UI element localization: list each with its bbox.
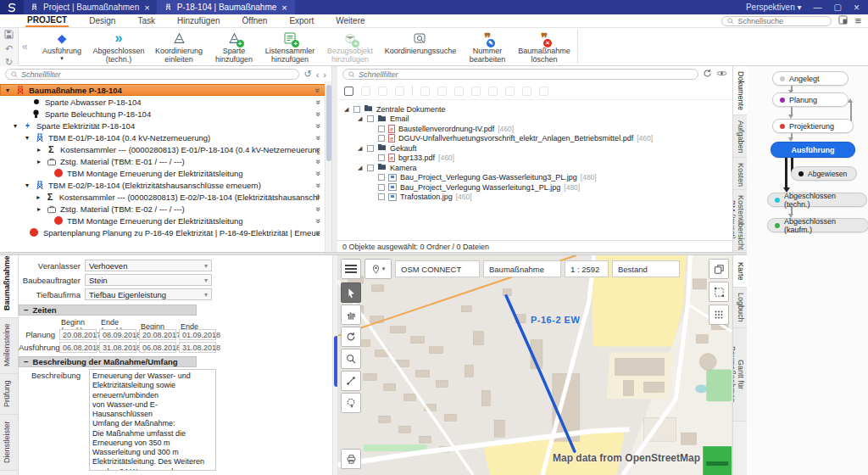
perspectives-menu[interactable]: Perspektiven ▾ (746, 3, 802, 12)
double-chevron-icon[interactable]: » (314, 170, 324, 176)
tab-logbuch[interactable]: Logbuch (733, 288, 747, 328)
window-tab-baumassnahme[interactable]: P-18-104 | Baumaßnahme × (158, 0, 295, 14)
tiles-button[interactable] (709, 305, 729, 325)
pin-panel-icon[interactable] (838, 15, 848, 26)
tab-aufgaben[interactable]: Aufgaben (733, 115, 747, 158)
lasso-tool-button[interactable] (341, 393, 361, 413)
expander-icon[interactable]: ◢ (358, 115, 364, 122)
date-field[interactable]: 31.08.2018 (179, 342, 216, 353)
doc-folder-zentrale[interactable]: ◢ Zentrale Dokumente (337, 104, 732, 115)
doc-folder-email[interactable]: ◢ Email (337, 115, 732, 125)
nummer-bearbeiten-button[interactable]: ❞✎ Nummer bearbeiten (461, 30, 514, 64)
date-field[interactable]: 06.08.2018 (139, 342, 176, 353)
ribbon-tab-project[interactable]: PROJECT (25, 14, 69, 27)
double-chevron-icon[interactable]: » (314, 99, 324, 104)
doc-file[interactable]: Bau_Project_Verlegung Gas-Wasserleitung3… (337, 173, 732, 183)
tab-gantt[interactable]: Gantt für Baumaßnahmen (733, 328, 747, 422)
map-panel[interactable]: P-16-2 EW Map data from OpenStreetMap ▾ … (337, 255, 732, 475)
checkbox[interactable] (378, 174, 385, 181)
tab-dokumente[interactable]: Dokumente (733, 66, 747, 115)
expander-icon[interactable]: ▸ (36, 158, 42, 165)
tab-meilensteine[interactable]: Meilensteine (0, 318, 18, 374)
ribbon-tab-task[interactable]: Task (136, 15, 157, 26)
documents-filter-input[interactable] (359, 70, 693, 79)
workflow-step-ausfuehrung[interactable]: Ausführung (771, 142, 855, 158)
documents-filter[interactable] (342, 69, 698, 80)
date-field[interactable]: 08.09.2018 (99, 329, 136, 340)
workflow-step-abgeschlossen-kaufm[interactable]: Abgeschlossen (kaufm.) (767, 218, 868, 232)
restore-button[interactable]: ▢ (834, 3, 842, 12)
close-tab-icon[interactable]: × (281, 3, 287, 13)
layers-button[interactable] (709, 259, 729, 279)
tree-item-sparte-elektrizitaet[interactable]: ▾ Sparte Elektrizität P-18-104 » (0, 120, 331, 131)
doc-toolbar-button[interactable] (539, 87, 548, 96)
ribbon-tab-hinzufuegen[interactable]: Hinzufügen (175, 15, 222, 26)
zeiten-section-header[interactable]: −Zeiten (19, 305, 197, 316)
date-field[interactable]: 31.08.2018 (99, 342, 136, 353)
checkbox[interactable] (378, 193, 385, 200)
date-field[interactable]: 06.08.2018 (59, 342, 97, 353)
date-field[interactable]: 20.08.2017 (59, 329, 97, 340)
bezugsobjekt-hinzufuegen-button[interactable]: + Bezugsobjekt hinzufügen (320, 30, 380, 64)
tree-item-tbm-e02[interactable]: ▾ TBM E-02/P-18-104 (Elektrizitätshausan… (0, 179, 331, 191)
next-icon[interactable]: › (323, 70, 326, 80)
expander-icon[interactable]: ▾ (24, 182, 31, 189)
print-map-button[interactable] (341, 449, 361, 469)
tree-item-sparte-abwasser[interactable]: Sparte Abwasser P-18-104 » (0, 96, 331, 108)
minimize-button[interactable]: — (814, 3, 822, 12)
undo-icon[interactable]: ↶ (5, 43, 13, 54)
tree-item-sparte-beleuchtung[interactable]: Sparte Beleuchtung P-18-104 » (0, 108, 331, 120)
collapse-icon[interactable]: − (24, 305, 29, 315)
tiefbaufirma-select[interactable]: Tiefbau Eigenleistung▾ (85, 288, 212, 300)
workflow-step-planung[interactable]: Planung (772, 92, 849, 107)
select-tool-button[interactable] (341, 282, 361, 303)
expander-icon[interactable]: ◢ (358, 165, 364, 171)
double-chevron-icon[interactable]: » (314, 159, 324, 164)
tab-kosten[interactable]: Kosten (733, 158, 747, 190)
refresh-tool-button[interactable] (341, 327, 361, 347)
beschreibung-section-header[interactable]: −Beschreibung der Maßnahme/Umfang (19, 356, 197, 367)
double-chevron-icon[interactable]: » (314, 135, 324, 140)
map-context-field[interactable]: Baumaßnahme (483, 260, 561, 277)
tree-item-tbm-montage-e02[interactable]: TBM Montage Erneuerung der Elektrizitäts… (0, 215, 331, 226)
doc-toolbar-button[interactable] (361, 87, 370, 96)
tree-item-baumassnahme[interactable]: ▾ Baumaßnahme P-18-104 » (0, 84, 331, 96)
double-chevron-icon[interactable]: » (314, 194, 324, 199)
expander-icon[interactable]: ▾ (4, 87, 11, 94)
ribbon-tab-export[interactable]: Export (287, 15, 315, 26)
doc-toolbar-button[interactable] (395, 87, 404, 96)
workflow-step-projektierung[interactable]: Projektierung (772, 119, 854, 133)
checkbox[interactable] (367, 115, 374, 122)
expander-icon[interactable]: ▾ (12, 122, 19, 130)
map-source-field[interactable]: OSM CONNECT (395, 260, 480, 277)
expander-icon[interactable]: ▸ (36, 146, 42, 154)
doc-toolbar-button[interactable] (488, 87, 498, 96)
date-field[interactable]: 01.09.2018 (179, 329, 216, 340)
tree-item-zstg-material-e01[interactable]: ▸ Zstg. Material (TBM: E-01 / --- / ---)… (0, 155, 331, 167)
date-field[interactable]: 20.08.2017 (139, 329, 176, 340)
eye-icon[interactable] (716, 70, 727, 79)
expander-icon[interactable]: ▾ (24, 134, 31, 142)
tree-item-kostensammler-e02[interactable]: ▸ Σ Kostensammler --- (0000280813) E-02/… (0, 191, 331, 203)
checkbox[interactable] (378, 184, 385, 191)
collapse-ribbon-icon[interactable]: « (22, 41, 28, 53)
tab-kostenuebersicht[interactable]: Kostenübersicht BM (Invest) (733, 190, 747, 251)
checkbox[interactable] (378, 135, 385, 142)
doc-file[interactable]: Trafostation.jpg[460] (337, 193, 732, 203)
double-chevron-icon[interactable]: » (314, 111, 324, 116)
ribbon-tab-weitere[interactable]: Weitere (334, 15, 366, 26)
doc-toolbar-button[interactable] (378, 87, 387, 96)
tab-pruefung[interactable]: Prüfung (0, 374, 18, 415)
reset-filter-icon[interactable]: ↺ (303, 69, 311, 80)
close-button[interactable]: × (854, 2, 860, 14)
app-logo-icon[interactable] (0, 0, 24, 14)
sync-icon[interactable] (703, 69, 712, 80)
veranlasser-select[interactable]: Verhoeven▾ (85, 260, 212, 271)
doc-toolbar-button[interactable] (505, 87, 515, 96)
doc-file[interactable]: e bgr133.pdf[460] (337, 154, 732, 164)
checkbox[interactable] (378, 154, 385, 161)
double-chevron-icon[interactable]: » (314, 182, 324, 187)
doc-toolbar-button[interactable] (471, 87, 481, 96)
tab-dienstleister[interactable]: Dienstleister (0, 415, 18, 471)
checkbox[interactable] (353, 106, 360, 113)
